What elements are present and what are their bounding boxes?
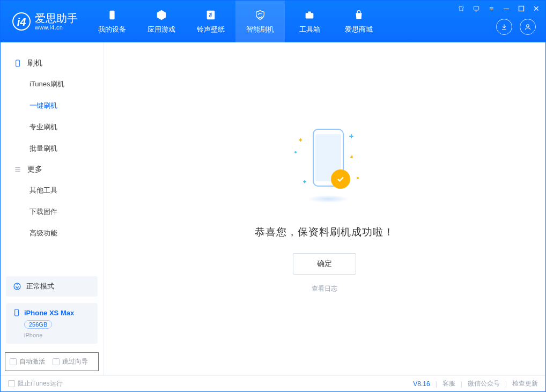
download-button[interactable]: [496, 19, 512, 35]
account-button[interactable]: [520, 19, 536, 35]
svg-rect-7: [16, 60, 20, 66]
svg-rect-6: [519, 6, 524, 11]
wechat-link[interactable]: 微信公众号: [468, 379, 500, 388]
support-link[interactable]: 客服: [442, 379, 455, 388]
logo-icon: i4: [12, 12, 31, 31]
device-info-box[interactable]: iPhone XS Max 256GB iPhone: [6, 303, 98, 344]
nav-ringtones[interactable]: 铃声壁纸: [186, 1, 235, 42]
maximize-button[interactable]: [517, 4, 526, 13]
phone-icon: [106, 9, 119, 21]
ok-button[interactable]: 确定: [293, 253, 356, 275]
checkbox-auto-activate[interactable]: 自动激活: [10, 357, 45, 366]
music-icon: [204, 9, 217, 21]
shirt-icon[interactable]: [456, 4, 466, 13]
nav-label: 铃声壁纸: [197, 25, 225, 34]
nav-label: 我的设备: [98, 25, 126, 34]
svg-rect-0: [109, 11, 114, 20]
device-icon: [12, 308, 21, 317]
sidebar-item-itunes-flash[interactable]: iTunes刷机: [1, 73, 103, 95]
mode-label: 正常模式: [26, 282, 54, 291]
header-actions: [496, 19, 536, 35]
checkbox-skip-guide[interactable]: 跳过向导: [53, 357, 88, 366]
check-update-link[interactable]: 检查更新: [512, 379, 538, 388]
refresh-shield-icon: [254, 9, 267, 21]
flash-options-row: 自动激活 跳过向导: [5, 352, 99, 371]
app-logo: i4 爱思助手 www.i4.cn: [1, 1, 87, 42]
view-log-link[interactable]: 查看日志: [312, 284, 337, 293]
sidebar-item-batch-flash[interactable]: 批量刷机: [1, 138, 103, 159]
nav-label: 工具箱: [299, 25, 320, 34]
sidebar: 刷机 iTunes刷机 一键刷机 专业刷机 批量刷机 更多 其他工具 下载固件 …: [1, 42, 104, 375]
success-illustration: [282, 124, 367, 216]
nav-label: 应用游戏: [147, 25, 175, 34]
sidebar-section-flash: 刷机: [1, 53, 103, 73]
nav-toolbox[interactable]: 工具箱: [285, 1, 334, 42]
nav-my-device[interactable]: 我的设备: [87, 1, 137, 42]
device-name: iPhone XS Max: [24, 309, 74, 317]
minimize-button[interactable]: ─: [501, 4, 511, 13]
svg-rect-9: [15, 309, 19, 316]
header: i4 爱思助手 www.i4.cn 我的设备 应用游戏 铃声壁纸 智能刷机 工具…: [1, 1, 545, 42]
mode-icon: [12, 282, 22, 291]
sidebar-section-more: 更多: [1, 159, 103, 180]
sidebar-item-other-tools[interactable]: 其他工具: [1, 180, 103, 201]
list-icon: [13, 165, 22, 174]
sidebar-item-advanced[interactable]: 高级功能: [1, 223, 103, 244]
sidebar-item-download-firmware[interactable]: 下载固件: [1, 201, 103, 223]
phone-outline-icon: [13, 59, 22, 68]
briefcase-icon: [303, 9, 316, 21]
close-button[interactable]: ✕: [532, 4, 541, 13]
sidebar-item-onekey-flash[interactable]: 一键刷机: [1, 95, 103, 116]
section-label: 更多: [27, 165, 42, 174]
nav-store[interactable]: 爱思商城: [334, 1, 383, 42]
nav-smart-flash[interactable]: 智能刷机: [235, 1, 285, 42]
main-content: 恭喜您，保资料刷机成功啦！ 确定 查看日志: [104, 42, 545, 375]
device-mode-box[interactable]: 正常模式: [6, 276, 98, 297]
svg-point-4: [527, 25, 529, 27]
device-type: iPhone: [24, 332, 91, 338]
checkbox-block-itunes[interactable]: 阻止iTunes运行: [8, 379, 63, 388]
nav-label: 爱思商城: [345, 25, 373, 34]
svg-rect-5: [474, 6, 478, 10]
window-controls: ≡ ─ ✕: [456, 4, 541, 13]
success-message: 恭喜您，保资料刷机成功啦！: [255, 225, 394, 239]
cube-icon: [155, 9, 168, 21]
bag-icon: [352, 9, 365, 21]
app-name-en: www.i4.cn: [35, 24, 78, 31]
footer: 阻止iTunes运行 V8.16 | 客服 | 微信公众号 | 检查更新: [1, 375, 545, 391]
top-nav: 我的设备 应用游戏 铃声壁纸 智能刷机 工具箱 爱思商城: [87, 1, 383, 42]
version-label: V8.16: [413, 380, 430, 388]
section-label: 刷机: [27, 58, 42, 68]
sidebar-item-pro-flash[interactable]: 专业刷机: [1, 116, 103, 138]
nav-apps-games[interactable]: 应用游戏: [137, 1, 186, 42]
feedback-icon[interactable]: [471, 4, 481, 13]
device-capacity: 256GB: [24, 320, 52, 329]
check-badge-icon: [331, 169, 350, 189]
menu-icon[interactable]: ≡: [486, 4, 496, 13]
svg-rect-3: [308, 12, 311, 13]
nav-label: 智能刷机: [246, 25, 274, 34]
app-name-cn: 爱思助手: [35, 12, 78, 24]
svg-rect-2: [306, 13, 314, 18]
